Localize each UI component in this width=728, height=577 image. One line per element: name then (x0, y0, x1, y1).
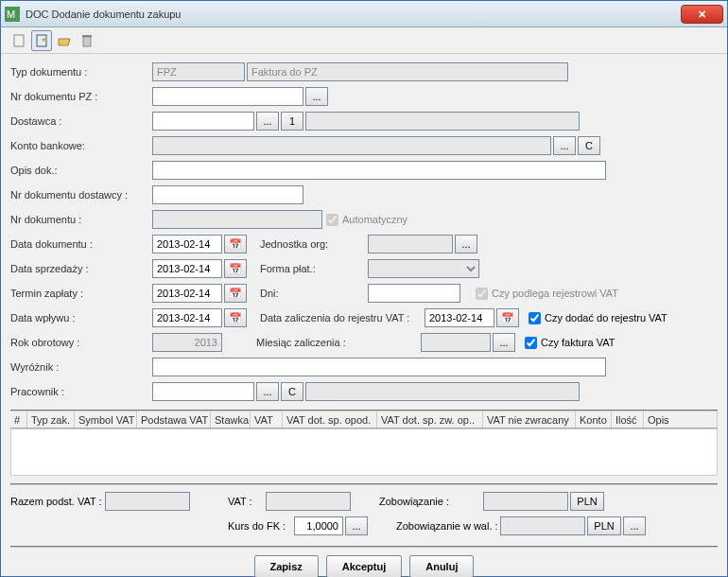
dostawca-picker[interactable]: ... (256, 112, 279, 131)
auto-checkbox (326, 214, 338, 226)
wyroznik-input[interactable] (152, 358, 606, 376)
label-vat-sum: VAT : (228, 496, 266, 507)
label-konto: Konto bankowe: (10, 140, 152, 151)
col-niezw[interactable]: VAT nie zwracany (483, 411, 576, 428)
col-dotspzw[interactable]: VAT dot. sp. zw. op.. (377, 411, 483, 428)
data-wpl-input[interactable] (152, 308, 222, 327)
forma-select[interactable] (368, 259, 479, 278)
label-nr-pz: Nr dokumentu PZ : (10, 91, 152, 102)
termin-cal-icon[interactable]: 📅 (224, 284, 247, 303)
label-forma: Forma płat.: (260, 263, 364, 274)
col-vat[interactable]: VAT (251, 411, 283, 428)
new-icon[interactable] (9, 30, 29, 51)
col-dotsp[interactable]: VAT dot. sp. opod. (283, 411, 377, 428)
zobow-wal-input (500, 516, 585, 535)
label-dni: Dni: (260, 288, 364, 299)
label-opis: Opis dok.: (10, 165, 152, 176)
zobow-wal-picker[interactable]: ... (623, 516, 646, 535)
zapisz-button[interactable]: Zapisz (254, 555, 319, 577)
rok-input (152, 333, 222, 352)
nr-dostawcy-input[interactable] (152, 185, 303, 204)
col-konto[interactable]: Konto (576, 411, 612, 428)
col-opis[interactable]: Opis (644, 411, 718, 428)
col-ilosc[interactable]: Ilość (612, 411, 644, 428)
typ-code-input (152, 62, 245, 81)
konto-input (152, 136, 551, 155)
pracownik-name (305, 382, 580, 401)
vat-table-body[interactable] (10, 428, 718, 476)
window: M DOC Dodanie dokumentu zakupu ✕ * Typ d… (0, 0, 728, 577)
toolbar: * (1, 27, 727, 54)
label-nr-dok: Nr dokumentu : (10, 214, 152, 225)
nr-dok-input (152, 210, 322, 229)
label-mies-zal: Miesiąc zaliczenia : (256, 337, 417, 348)
label-czy-dodac: Czy dodać do rejestru VAT (545, 312, 667, 323)
anuluj-button[interactable]: Anuluj (409, 555, 474, 577)
kurs-picker[interactable]: ... (345, 516, 368, 535)
open-icon[interactable] (54, 30, 75, 51)
czy-faktura-checkbox[interactable] (525, 337, 537, 349)
label-typ-dokumentu: Typ dokumentu : (10, 66, 152, 78)
opis-input[interactable] (152, 161, 606, 180)
label-data-dok: Data dokumentu : (10, 238, 152, 250)
close-button[interactable]: ✕ (681, 5, 723, 24)
kurs-input[interactable] (294, 516, 343, 535)
label-termin: Termin zapłaty : (10, 288, 152, 299)
jednostka-input (368, 235, 453, 254)
label-nr-dostawcy: Nr dokumentu dostawcy : (10, 189, 152, 201)
new-star-icon[interactable]: * (31, 30, 52, 51)
col-stawka[interactable]: Stawka (211, 411, 251, 428)
label-kurs: Kurs do FK : (228, 520, 294, 532)
label-data-zal: Data zaliczenia do rejestru VAT : (260, 312, 421, 323)
nr-pz-picker[interactable]: ... (305, 87, 328, 106)
data-dok-cal-icon[interactable]: 📅 (224, 235, 247, 254)
vat-table-header: # Typ zak. Symbol VAT Podstawa VAT Stawk… (10, 410, 718, 428)
label-zobow-wal: Zobowiązanie w wal. : (396, 520, 500, 532)
pracownik-picker[interactable]: ... (256, 382, 279, 401)
col-typzak[interactable]: Typ zak. (27, 411, 75, 428)
col-podst[interactable]: Podstawa VAT (137, 411, 211, 428)
col-n[interactable]: # (10, 411, 27, 428)
label-wyroznik: Wyróżnik : (10, 361, 152, 373)
label-data-wpl: Data wpływu : (10, 312, 152, 323)
konto-c-button[interactable]: C (578, 136, 600, 155)
svg-text:M: M (7, 9, 15, 20)
data-sprz-cal-icon[interactable]: 📅 (224, 259, 247, 278)
col-symvat[interactable]: Symbol VAT (75, 411, 137, 428)
mies-zal-picker[interactable]: ... (493, 333, 515, 352)
label-czy-podlega: Czy podlega rejestrowi VAT (492, 288, 618, 299)
label-rok: Rok obrotowy : (10, 337, 152, 348)
window-title: DOC Dodanie dokumentu zakupu (26, 9, 681, 20)
zobow-input (483, 492, 568, 511)
zobow-pln-button[interactable]: PLN (570, 492, 604, 511)
data-wpl-cal-icon[interactable]: 📅 (224, 308, 247, 327)
data-dok-input[interactable] (152, 235, 222, 254)
data-sprz-input[interactable] (152, 259, 222, 278)
dostawca-one-button[interactable]: 1 (281, 112, 303, 131)
data-zal-input[interactable] (425, 308, 494, 327)
akceptuj-button[interactable]: Akceptuj (326, 555, 402, 577)
label-dostawca: Dostawca : (10, 115, 152, 127)
label-czy-faktura: Czy faktura VAT (541, 337, 615, 348)
label-pracownik: Pracownik : (10, 386, 152, 397)
data-zal-cal-icon[interactable]: 📅 (496, 308, 519, 327)
dostawca-name (305, 112, 580, 131)
dni-input[interactable] (368, 284, 460, 303)
label-zobow: Zobowiązanie : (379, 496, 483, 507)
delete-icon[interactable] (77, 30, 97, 51)
czy-dodac-checkbox[interactable] (529, 312, 541, 324)
jednostka-picker[interactable]: ... (455, 235, 477, 254)
czy-podlega-checkbox (476, 288, 488, 300)
nr-pz-input[interactable] (152, 87, 303, 106)
label-razem: Razem podst. VAT : (10, 496, 105, 507)
pracownik-c-button[interactable]: C (281, 382, 303, 401)
termin-input[interactable] (152, 284, 222, 303)
label-auto: Automatyczny (342, 214, 407, 225)
konto-picker[interactable]: ... (553, 136, 576, 155)
dostawca-input[interactable] (152, 112, 254, 131)
zobow-wal-pln-button[interactable]: PLN (587, 516, 621, 535)
pracownik-input[interactable] (152, 382, 254, 401)
titlebar: M DOC Dodanie dokumentu zakupu ✕ (1, 1, 727, 27)
app-icon: M (5, 7, 20, 22)
svg-text:*: * (42, 36, 46, 47)
